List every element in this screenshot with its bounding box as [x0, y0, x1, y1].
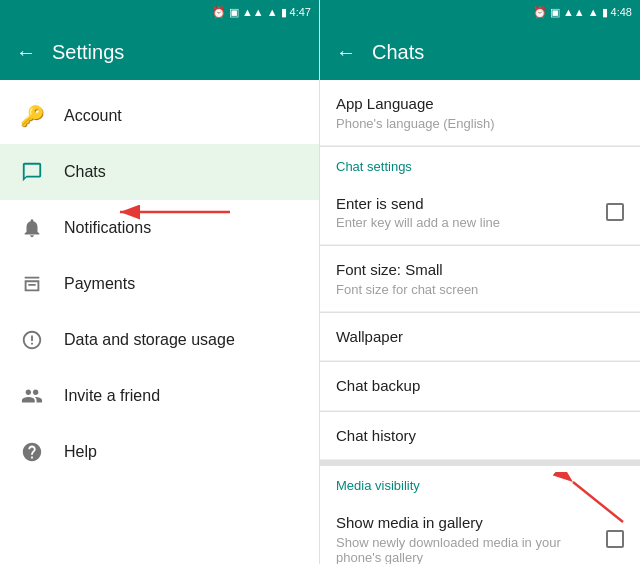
menu-label-account: Account — [64, 107, 122, 125]
wallpaper-title: Wallpaper — [336, 327, 403, 347]
show-media-title: Show media in gallery — [336, 513, 606, 533]
left-toolbar-title: Settings — [52, 41, 124, 64]
left-panel: ⏰ ▣ ▲▲ ▲ ▮ 4:47 ← Settings 🔑 Account Cha… — [0, 0, 320, 564]
menu-label-payments: Payments — [64, 275, 135, 293]
right-signal-icon: ▲▲ — [563, 6, 585, 18]
enter-send-subtitle: Enter key will add a new line — [336, 215, 500, 230]
left-wifi-icon: ▲ — [267, 6, 278, 18]
right-alarm-icon: ⏰ — [533, 6, 547, 19]
left-alarm-icon: ⏰ — [212, 6, 226, 19]
right-lte-icon: ▣ — [550, 6, 560, 19]
right-battery-icon: ▮ — [602, 6, 608, 19]
bell-icon — [20, 216, 44, 240]
menu-label-data: Data and storage usage — [64, 331, 235, 349]
left-toolbar: ← Settings — [0, 24, 319, 80]
menu-item-payments[interactable]: Payments — [0, 256, 319, 312]
settings-item-wallpaper[interactable]: Wallpaper — [320, 313, 640, 362]
settings-item-show-media[interactable]: Show media in gallery Show newly downloa… — [320, 499, 640, 564]
right-toolbar-title: Chats — [372, 41, 424, 64]
left-status-icons: ⏰ ▣ ▲▲ ▲ ▮ 4:47 — [212, 6, 311, 19]
people-icon — [20, 384, 44, 408]
chat-icon — [20, 160, 44, 184]
left-signal-icon: ▲▲ — [242, 6, 264, 18]
left-lte-icon: ▣ — [229, 6, 239, 19]
help-icon — [20, 440, 44, 464]
right-panel: ⏰ ▣ ▲▲ ▲ ▮ 4:48 ← Chats App Language Pho… — [320, 0, 640, 564]
enter-send-title: Enter is send — [336, 194, 500, 214]
chat-settings-label: Chat settings — [320, 147, 640, 180]
show-media-subtitle: Show newly downloaded media in your phon… — [336, 535, 606, 565]
menu-label-help: Help — [64, 443, 97, 461]
font-size-title: Font size: Small — [336, 260, 478, 280]
key-icon: 🔑 — [20, 104, 44, 128]
app-language-subtitle: Phone's language (English) — [336, 116, 495, 131]
settings-item-enter-send[interactable]: Enter is send Enter key will add a new l… — [320, 180, 640, 246]
menu-item-help[interactable]: Help — [0, 424, 319, 480]
show-media-checkbox[interactable] — [606, 530, 624, 548]
settings-item-chat-history[interactable]: Chat history — [320, 412, 640, 461]
left-battery-icon: ▮ — [281, 6, 287, 19]
right-status-bar: ⏰ ▣ ▲▲ ▲ ▮ 4:48 — [320, 0, 640, 24]
menu-item-invite[interactable]: Invite a friend — [0, 368, 319, 424]
enter-send-checkbox[interactable] — [606, 203, 624, 221]
right-back-button[interactable]: ← — [336, 41, 356, 64]
menu-label-notifications: Notifications — [64, 219, 151, 237]
right-status-icons: ⏰ ▣ ▲▲ ▲ ▮ 4:48 — [533, 6, 632, 19]
left-status-bar: ⏰ ▣ ▲▲ ▲ ▮ 4:47 — [0, 0, 319, 24]
chat-backup-title: Chat backup — [336, 376, 420, 396]
data-icon — [20, 328, 44, 352]
menu-item-account[interactable]: 🔑 Account — [0, 88, 319, 144]
left-back-button[interactable]: ← — [16, 41, 36, 64]
menu-item-notifications[interactable]: Notifications — [0, 200, 319, 256]
menu-item-data[interactable]: Data and storage usage — [0, 312, 319, 368]
menu-label-invite: Invite a friend — [64, 387, 160, 405]
font-size-subtitle: Font size for chat screen — [336, 282, 478, 297]
left-menu-list: 🔑 Account Chats Notifications Payments — [0, 80, 319, 564]
menu-item-chats[interactable]: Chats — [0, 144, 319, 200]
right-wifi-icon: ▲ — [588, 6, 599, 18]
right-time: 4:48 — [611, 6, 632, 18]
app-language-title: App Language — [336, 94, 495, 114]
chat-history-title: Chat history — [336, 426, 416, 446]
settings-item-app-language[interactable]: App Language Phone's language (English) — [320, 80, 640, 146]
settings-item-font-size[interactable]: Font size: Small Font size for chat scre… — [320, 246, 640, 312]
payments-icon — [20, 272, 44, 296]
menu-label-chats: Chats — [64, 163, 106, 181]
media-visibility-label: Media visibility — [320, 466, 640, 499]
settings-item-chat-backup[interactable]: Chat backup — [320, 362, 640, 411]
left-time: 4:47 — [290, 6, 311, 18]
right-settings-list: App Language Phone's language (English) … — [320, 80, 640, 564]
right-toolbar: ← Chats — [320, 24, 640, 80]
